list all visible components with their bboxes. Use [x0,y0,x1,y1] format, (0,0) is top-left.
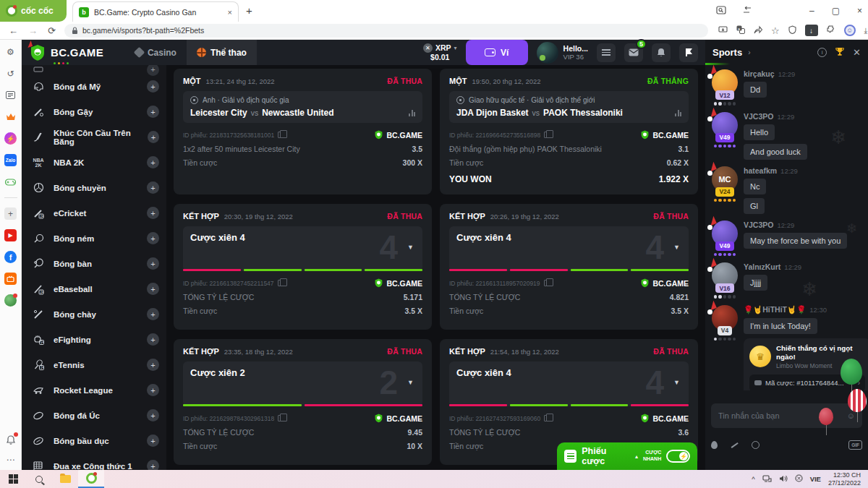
bcgame-logo[interactable]: BC.GAME [29,44,103,61]
facebook-icon[interactable]: f [4,251,17,263]
add-shortcut-icon[interactable]: + [4,207,17,220]
expand-plus-button[interactable]: + [147,181,159,194]
chat-username[interactable]: 🌹🤘HiTHiT🤘🌹12:30 [744,305,862,314]
browser-profile-avatar[interactable]: ☺ [844,25,856,36]
coccoc-taskbar-icon[interactable] [78,470,104,488]
expand-plus-button[interactable]: + [147,257,159,270]
expand-plus-button[interactable]: + [147,308,159,320]
wallet-button[interactable]: Ví [466,40,528,65]
expand-plus-button[interactable]: + [147,460,159,470]
chevron-down-icon[interactable]: ▼ [407,379,414,386]
zalo-icon[interactable]: Zalo [4,154,17,166]
sidebar-item-volleyball[interactable]: Bóng chuyền + [22,175,166,200]
quick-bet-toggle[interactable]: ⚡ [666,450,690,463]
copy-icon[interactable] [278,415,284,421]
taskbar-search-icon[interactable] [26,470,52,488]
sidebar-item-rugby[interactable]: Bóng bầu dục + [22,428,166,453]
more-options-icon[interactable]: ⋯ [4,453,17,466]
expand-plus-button[interactable]: + [147,106,159,118]
expand-plus-button[interactable]: + [147,333,159,346]
new-tab-button[interactable]: + [246,4,252,17]
sidebar-item-american-football[interactable]: Bóng đá Mỹ + [22,74,166,99]
betslip-button[interactable]: Phiếu cược ▴ CƯỢCNHANH ⚡ [557,442,697,470]
chat-close-icon[interactable]: ✕ [853,47,861,58]
rain-drop-icon[interactable] [711,441,718,449]
window-minimize-button[interactable]: – [809,6,814,16]
expand-plus-button[interactable]: + [147,359,159,371]
reading-list-icon[interactable] [4,89,17,101]
vip-crown-icon[interactable] [4,111,17,123]
copy-icon[interactable] [544,280,550,286]
info-icon[interactable]: i [817,48,827,57]
chat-username[interactable]: hateafkm12:29 [744,166,862,175]
sidebar-item-efighting[interactable]: 24 eFighting + [22,327,166,352]
expand-plus-button[interactable]: + [147,207,159,219]
emoji-smiley-icon[interactable]: ☺ [847,411,855,420]
bell-icon[interactable] [652,43,671,62]
expand-plus-button[interactable]: + [147,384,159,396]
menu-list-icon[interactable] [597,43,616,62]
nav-sports[interactable]: Thể thao [187,40,257,65]
chat-message-input[interactable]: Tin nhắn của bạn ☺ [711,403,862,428]
user-avatar[interactable] [537,42,558,64]
url-field[interactable]: bc.game/vi/sports?bt-path=%2Fbets [64,24,708,38]
combo-box[interactable]: Cược xiên 4 4 ▼ [183,226,422,271]
expand-plus-button[interactable]: + [147,65,159,76]
history-icon[interactable]: ↺ [4,67,17,80]
bookmark-star-icon[interactable]: ☆ [771,25,780,36]
clock[interactable]: 12:30 CH 27/12/2022 [828,471,861,487]
copy-icon[interactable] [544,415,550,421]
sidebar-item-formula1[interactable]: Đua xe Công thức 1 + [22,453,166,470]
mail-icon[interactable]: 5 [624,43,643,62]
expand-plus-button[interactable]: + [147,435,159,447]
combo-box[interactable]: Cược xiên 4 4 ▼ [449,226,689,271]
sidebar-item-aussie-rules[interactable]: Bóng đá Úc + [22,403,166,428]
combo-box[interactable]: Cược xiên 4 4 ▼ [449,361,689,406]
send-to-device-icon[interactable] [718,24,728,37]
chat-room-title[interactable]: Sports [712,47,742,58]
chat-username[interactable]: VJC3PO12:29 [744,112,862,121]
shop-tv-icon[interactable] [4,273,17,285]
adblock-shield-icon[interactable] [788,24,796,37]
chevron-down-icon[interactable]: ▼ [673,379,680,386]
sidebar-item-ebaseball[interactable]: 24 eBaseball + [22,276,166,301]
chat-rules-pencil-icon[interactable] [731,442,739,448]
news-flag-icon[interactable] [679,43,698,62]
sidebar-item-handball[interactable]: Bóng ném + [22,226,166,251]
extensions-puzzle-icon[interactable] [827,24,835,37]
settings-gear-icon[interactable]: ⚙ [4,46,17,58]
download-manager-button[interactable]: ↓ [805,25,818,36]
notifications-bell-icon[interactable] [4,434,17,446]
downloads-arrow-icon[interactable]: ⤓ [864,26,868,35]
messenger-icon[interactable]: ⚡ [4,132,17,145]
coin-drop-icon[interactable] [752,441,760,449]
translate-icon[interactable]: a [736,24,745,37]
network-icon[interactable] [762,475,772,484]
copy-icon[interactable] [544,132,550,138]
stats-icon[interactable] [675,109,681,116]
nav-casino[interactable]: Casino [125,40,187,65]
tray-expand-chevron[interactable]: ^ [752,475,754,483]
file-explorer-icon[interactable] [52,470,78,488]
trophy-icon[interactable] [835,46,845,59]
sidebar-item-baseball[interactable]: Bóng chày + [22,301,166,327]
sidebar-item-nba2k[interactable]: NBA2K NBA 2K + [22,150,166,175]
browser-tab[interactable]: b BC.Game: Crypto Casino Gan × [72,1,239,22]
volume-icon[interactable] [779,475,788,484]
expand-plus-button[interactable]: + [147,409,159,421]
expand-plus-button[interactable]: + [147,156,159,168]
reload-button[interactable]: ⟳ [48,25,56,36]
chevron-down-icon[interactable]: ▼ [673,244,680,251]
copy-icon[interactable] [278,132,284,138]
sports-ball-icon[interactable] [4,294,17,307]
window-close-button[interactable]: × [857,6,862,16]
chevron-down-icon[interactable]: ▼ [407,244,414,251]
stats-icon[interactable] [409,109,415,116]
combo-box[interactable]: Cược xiên 2 2 ▼ [183,361,422,406]
sidebar-item-ecricket[interactable]: 24 eCricket + [22,200,166,226]
back-button[interactable]: ← [9,25,18,36]
tab-flow-icon[interactable] [742,7,752,15]
tab-search-icon[interactable] [716,6,726,16]
language-indicator[interactable]: VIE [810,475,821,483]
forward-button[interactable]: → [28,25,38,36]
